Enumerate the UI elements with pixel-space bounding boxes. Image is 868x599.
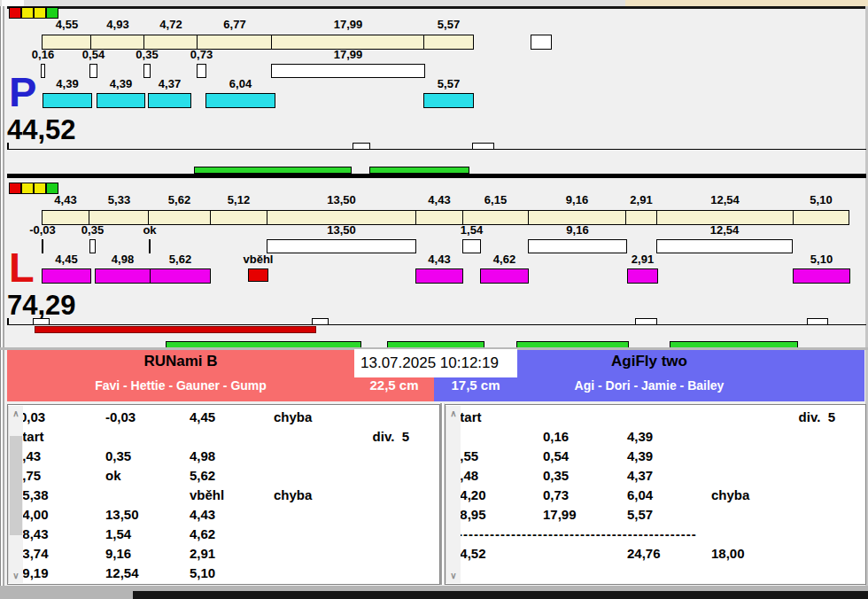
dog-bar	[95, 268, 151, 284]
gap-bar	[89, 64, 97, 78]
gap-bar	[41, 64, 45, 78]
split-bar-label: 5,10	[781, 194, 861, 206]
dog-bar-label: 4,62	[465, 253, 545, 265]
fault-progress-bar	[35, 326, 316, 333]
total-time-p: 44,52	[7, 115, 76, 145]
dog-bar-label: 5,62	[141, 253, 221, 265]
log-cell: 0,54	[543, 447, 569, 465]
log-row: 00,164,39	[446, 427, 848, 447]
split-bar-label: 17,99	[308, 19, 388, 30]
dog-bar	[415, 268, 463, 284]
run-section-l: L74,294,435,335,625,1213,504,436,159,162…	[7, 183, 866, 353]
run-log-left-scrollbar[interactable]: ∧ ∨	[8, 406, 23, 583]
log-cell: 9,16	[105, 544, 131, 563]
log-cell: div. 5	[799, 408, 835, 426]
exchange-mark	[635, 318, 657, 325]
gap-bar	[528, 239, 627, 253]
scroll-up-icon[interactable]: ∧	[9, 406, 23, 421]
dog-bar	[793, 268, 850, 284]
dog-bar-label: 5,57	[409, 78, 489, 89]
gap-bar	[271, 64, 425, 78]
log-cell: 24,76	[627, 544, 661, 563]
log-row: 38,431,544,62	[8, 525, 422, 544]
top-strip-left	[0, 0, 625, 6]
dog-bar	[42, 268, 91, 284]
log-row: 38,9517,995,57	[446, 505, 848, 525]
split-bar	[793, 210, 849, 225]
scrollbar-thumb[interactable]	[10, 436, 22, 535]
split-bar	[423, 35, 474, 50]
log-cell: 18,00	[711, 544, 745, 563]
gap-bar	[462, 239, 481, 253]
log-cell: chyba	[274, 408, 312, 426]
scroll-down-icon[interactable]: ∨	[9, 568, 23, 583]
log-cell: 0,73	[543, 486, 569, 504]
run-log-right[interactable]: startdiv. 500,164,394,550,544,399,480,35…	[445, 404, 866, 585]
exchange-mark	[33, 318, 50, 325]
log-cell: 5,57	[627, 505, 653, 524]
dog-bar-label: vběhl	[219, 253, 298, 265]
status-light	[34, 7, 46, 19]
scroll-down-icon[interactable]: ∨	[446, 568, 461, 583]
log-separator-row: ----------------------------------------…	[446, 525, 848, 544]
gap-bar-label: 17,99	[308, 49, 388, 60]
gap-bar	[143, 64, 151, 78]
window-left-border	[0, 6, 7, 599]
top-strip-highlight	[2, 0, 24, 6]
dog-bar	[97, 93, 145, 108]
log-row: 9,480,354,37	[446, 466, 848, 486]
team-left-height-badge: 22,5 cm	[354, 377, 434, 393]
split-bar	[148, 210, 211, 225]
log-cell: 4,39	[627, 427, 653, 446]
log-cell: 17,99	[543, 505, 577, 524]
dog-bar-label: 2,91	[603, 253, 683, 265]
run-section-p: P44,524,554,934,726,7717,995,570,160,540…	[7, 7, 866, 177]
split-bar-label: 13,50	[302, 194, 382, 206]
gap-bar	[42, 239, 43, 253]
exchange-mark	[353, 143, 370, 150]
split-bar-label: 5,12	[199, 194, 279, 206]
split-bar	[531, 35, 552, 50]
log-cell: ok	[105, 466, 121, 485]
log-cell: ----------------------------------------…	[453, 525, 697, 543]
log-row: startdiv. 5	[8, 427, 422, 447]
dog-bar	[205, 93, 275, 108]
team-left-name: RUNami B	[7, 353, 354, 370]
timing-app-window: P44,524,554,934,726,7717,995,570,160,540…	[0, 0, 868, 599]
log-cell: 1,54	[105, 525, 131, 543]
gap-bar-label: 13,50	[302, 224, 382, 236]
log-row: 44,5224,7618,00	[446, 544, 848, 564]
log-cell: 4,43	[190, 505, 215, 524]
exchange-mark	[312, 318, 329, 325]
split-bar	[210, 210, 267, 225]
taskbar-strip-left	[0, 591, 133, 599]
run-log-right-scrollbar[interactable]: ∧ ∨	[446, 406, 461, 583]
scroll-up-icon[interactable]: ∧	[446, 406, 461, 421]
gap-bar	[267, 239, 416, 253]
split-bar	[625, 210, 657, 225]
log-cell: 13,50	[105, 505, 139, 524]
gap-bar	[149, 239, 151, 253]
run-log-left[interactable]: -0,03-0,034,45chybastartdiv. 54,430,354,…	[7, 404, 440, 585]
log-row: startdiv. 5	[446, 408, 848, 427]
status-light	[21, 183, 34, 194]
log-row: 4,550,544,39	[446, 447, 848, 466]
split-bar-label: 12,54	[686, 194, 765, 206]
exchange-mark	[472, 143, 494, 150]
dog-bar-label: 4,37	[130, 78, 210, 89]
split-bar-label: 6,15	[456, 194, 536, 206]
log-cell: 0,35	[543, 466, 569, 485]
log-cell: 4,39	[627, 447, 653, 465]
gap-bar	[89, 239, 96, 253]
dog-bar	[148, 93, 191, 108]
split-bar-label: 2,91	[601, 194, 681, 206]
top-strip-right	[625, 0, 868, 6]
dog-bar	[43, 93, 92, 108]
log-cell: div. 5	[373, 427, 409, 446]
section-separator	[7, 174, 866, 178]
dog-bar	[423, 93, 474, 108]
dog-bar	[627, 268, 658, 284]
log-cell: 2,91	[190, 544, 215, 563]
team-right-height-badge: 17,5 cm	[434, 377, 517, 393]
total-time-l: 74,29	[7, 291, 76, 321]
